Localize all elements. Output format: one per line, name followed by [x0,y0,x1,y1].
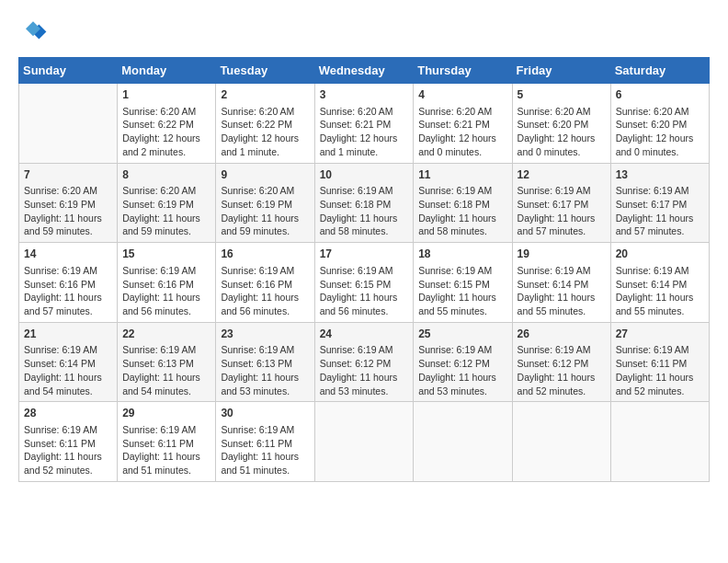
calendar-cell [314,402,414,482]
calendar-cell [19,84,118,164]
day-info: Sunrise: 6:19 AM Sunset: 6:13 PM Dayligh… [221,343,309,397]
day-info: Sunrise: 6:19 AM Sunset: 6:14 PM Dayligh… [616,264,704,318]
calendar-cell: 28Sunrise: 6:19 AM Sunset: 6:11 PM Dayli… [19,402,118,482]
day-number: 26 [518,327,606,342]
logo-icon [18,18,48,48]
calendar-cell: 9Sunrise: 6:20 AM Sunset: 6:19 PM Daylig… [216,163,314,243]
day-number: 12 [518,167,606,183]
day-number: 25 [418,327,506,342]
day-number: 13 [616,167,704,183]
day-number: 15 [122,247,210,262]
calendar-cell: 16Sunrise: 6:19 AM Sunset: 6:16 PM Dayli… [216,243,314,323]
day-number: 1 [122,87,210,103]
calendar-cell: 15Sunrise: 6:19 AM Sunset: 6:16 PM Dayli… [118,243,216,323]
calendar-cell: 4Sunrise: 6:20 AM Sunset: 6:21 PM Daylig… [414,84,512,164]
day-number: 6 [616,87,704,103]
day-info: Sunrise: 6:19 AM Sunset: 6:17 PM Dayligh… [616,184,704,238]
day-info: Sunrise: 6:20 AM Sunset: 6:19 PM Dayligh… [122,184,210,238]
calendar-cell: 8Sunrise: 6:20 AM Sunset: 6:19 PM Daylig… [118,163,216,243]
calendar-cell: 25Sunrise: 6:19 AM Sunset: 6:12 PM Dayli… [414,322,512,402]
calendar-cell: 6Sunrise: 6:20 AM Sunset: 6:20 PM Daylig… [610,84,709,164]
day-number: 5 [518,87,606,103]
calendar-week: 1Sunrise: 6:20 AM Sunset: 6:22 PM Daylig… [19,84,710,164]
calendar-cell: 22Sunrise: 6:19 AM Sunset: 6:13 PM Dayli… [118,322,216,402]
day-number: 7 [24,167,112,183]
day-info: Sunrise: 6:20 AM Sunset: 6:19 PM Dayligh… [221,184,309,238]
day-info: Sunrise: 6:19 AM Sunset: 6:16 PM Dayligh… [221,264,309,318]
day-number: 3 [320,87,409,103]
calendar-cell: 3Sunrise: 6:20 AM Sunset: 6:21 PM Daylig… [314,84,414,164]
day-info: Sunrise: 6:19 AM Sunset: 6:16 PM Dayligh… [24,264,112,318]
calendar-cell: 29Sunrise: 6:19 AM Sunset: 6:11 PM Dayli… [118,402,216,482]
calendar-cell: 11Sunrise: 6:19 AM Sunset: 6:18 PM Dayli… [414,163,512,243]
day-info: Sunrise: 6:19 AM Sunset: 6:11 PM Dayligh… [221,423,309,477]
weekday-header: Wednesday [314,58,414,84]
day-number: 16 [221,247,309,262]
day-number: 30 [221,406,309,421]
day-number: 18 [418,247,506,262]
calendar-week: 21Sunrise: 6:19 AM Sunset: 6:14 PM Dayli… [19,322,710,402]
day-info: Sunrise: 6:20 AM Sunset: 6:22 PM Dayligh… [122,105,210,159]
day-number: 2 [221,87,309,103]
day-info: Sunrise: 6:19 AM Sunset: 6:12 PM Dayligh… [418,343,506,397]
day-number: 29 [122,406,210,421]
calendar-cell: 26Sunrise: 6:19 AM Sunset: 6:12 PM Dayli… [512,322,610,402]
calendar-cell: 19Sunrise: 6:19 AM Sunset: 6:14 PM Dayli… [512,243,610,323]
day-number: 23 [221,327,309,342]
logo [18,18,51,48]
day-number: 8 [122,167,210,183]
day-info: Sunrise: 6:19 AM Sunset: 6:11 PM Dayligh… [24,423,112,477]
calendar-cell [414,402,512,482]
weekday-header: Sunday [19,58,118,84]
calendar-cell [610,402,709,482]
day-info: Sunrise: 6:20 AM Sunset: 6:22 PM Dayligh… [221,105,309,159]
day-info: Sunrise: 6:19 AM Sunset: 6:18 PM Dayligh… [320,184,409,238]
day-info: Sunrise: 6:20 AM Sunset: 6:21 PM Dayligh… [320,105,409,159]
day-info: Sunrise: 6:19 AM Sunset: 6:17 PM Dayligh… [518,184,606,238]
calendar-week: 7Sunrise: 6:20 AM Sunset: 6:19 PM Daylig… [19,163,710,243]
calendar-header: SundayMondayTuesdayWednesdayThursdayFrid… [19,58,710,84]
day-number: 27 [616,327,704,342]
day-number: 9 [221,167,309,183]
day-info: Sunrise: 6:19 AM Sunset: 6:15 PM Dayligh… [418,264,506,318]
calendar-cell: 13Sunrise: 6:19 AM Sunset: 6:17 PM Dayli… [610,163,709,243]
day-info: Sunrise: 6:19 AM Sunset: 6:14 PM Dayligh… [518,264,606,318]
calendar-week: 14Sunrise: 6:19 AM Sunset: 6:16 PM Dayli… [19,243,710,323]
weekday-header: Monday [118,58,216,84]
calendar-week: 28Sunrise: 6:19 AM Sunset: 6:11 PM Dayli… [19,402,710,482]
calendar-cell: 18Sunrise: 6:19 AM Sunset: 6:15 PM Dayli… [414,243,512,323]
calendar-cell: 27Sunrise: 6:19 AM Sunset: 6:11 PM Dayli… [610,322,709,402]
day-number: 21 [24,327,112,342]
day-info: Sunrise: 6:20 AM Sunset: 6:20 PM Dayligh… [616,105,704,159]
calendar-cell: 12Sunrise: 6:19 AM Sunset: 6:17 PM Dayli… [512,163,610,243]
day-info: Sunrise: 6:20 AM Sunset: 6:19 PM Dayligh… [24,184,112,238]
calendar-cell: 20Sunrise: 6:19 AM Sunset: 6:14 PM Dayli… [610,243,709,323]
day-number: 17 [320,247,409,262]
weekday-header: Friday [512,58,610,84]
calendar-cell: 2Sunrise: 6:20 AM Sunset: 6:22 PM Daylig… [216,84,314,164]
day-info: Sunrise: 6:19 AM Sunset: 6:14 PM Dayligh… [24,343,112,397]
calendar-cell: 24Sunrise: 6:19 AM Sunset: 6:12 PM Dayli… [314,322,414,402]
day-info: Sunrise: 6:19 AM Sunset: 6:11 PM Dayligh… [122,423,210,477]
calendar-cell: 23Sunrise: 6:19 AM Sunset: 6:13 PM Dayli… [216,322,314,402]
day-number: 28 [24,406,112,421]
day-number: 22 [122,327,210,342]
weekday-header: Saturday [610,58,709,84]
day-info: Sunrise: 6:19 AM Sunset: 6:18 PM Dayligh… [418,184,506,238]
calendar-cell: 17Sunrise: 6:19 AM Sunset: 6:15 PM Dayli… [314,243,414,323]
calendar-cell: 14Sunrise: 6:19 AM Sunset: 6:16 PM Dayli… [19,243,118,323]
day-info: Sunrise: 6:19 AM Sunset: 6:15 PM Dayligh… [320,264,409,318]
calendar-table: SundayMondayTuesdayWednesdayThursdayFrid… [18,57,710,482]
calendar-cell: 7Sunrise: 6:20 AM Sunset: 6:19 PM Daylig… [19,163,118,243]
day-number: 10 [320,167,409,183]
day-number: 20 [616,247,704,262]
day-number: 11 [418,167,506,183]
calendar-cell [512,402,610,482]
day-number: 19 [518,247,606,262]
day-number: 14 [24,247,112,262]
calendar-cell: 5Sunrise: 6:20 AM Sunset: 6:20 PM Daylig… [512,84,610,164]
day-number: 24 [320,327,409,342]
day-info: Sunrise: 6:20 AM Sunset: 6:21 PM Dayligh… [418,105,506,159]
day-number: 4 [418,87,506,103]
day-info: Sunrise: 6:19 AM Sunset: 6:16 PM Dayligh… [122,264,210,318]
